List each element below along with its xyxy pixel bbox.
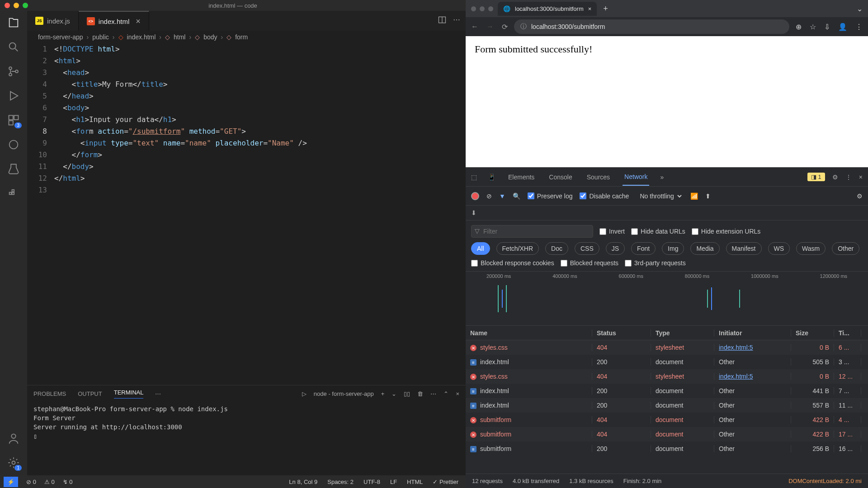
site-info-icon[interactable]: ⓘ bbox=[520, 23, 527, 31]
terminal-name[interactable]: node - form-server-app bbox=[314, 390, 374, 397]
explorer-icon[interactable] bbox=[6, 15, 21, 30]
bookmark-icon[interactable]: ☆ bbox=[810, 23, 816, 31]
filter-chip-font[interactable]: Font bbox=[631, 242, 656, 255]
tab-indexjs[interactable]: JSindex.js bbox=[27, 11, 79, 31]
breadcrumb[interactable]: form-server-app› public› ◇index.html› ◇h… bbox=[27, 31, 466, 43]
close-panel-icon[interactable]: × bbox=[456, 390, 459, 397]
minimize-window[interactable] bbox=[14, 3, 19, 8]
third-party-checkbox[interactable]: 3rd-party requests bbox=[625, 259, 686, 267]
table-row[interactable]: ≡index.html200documentOther441 B7 ... bbox=[466, 384, 868, 398]
indent-setting[interactable]: Spaces: 2 bbox=[327, 479, 354, 485]
close-window[interactable] bbox=[471, 6, 476, 11]
chevron-down-icon[interactable]: ⌄ bbox=[392, 390, 396, 397]
tab-problems[interactable]: PROBLEMS bbox=[33, 390, 66, 397]
invert-checkbox[interactable]: Invert bbox=[599, 228, 625, 235]
settings-icon[interactable]: 1 bbox=[6, 455, 21, 470]
new-terminal-icon[interactable]: + bbox=[381, 390, 385, 397]
tab-indexhtml[interactable]: <>index.html× bbox=[79, 11, 149, 31]
filter-chip-img[interactable]: Img bbox=[662, 242, 684, 255]
preserve-log-checkbox[interactable]: Preserve log bbox=[528, 192, 573, 200]
more-tabs-icon[interactable]: » bbox=[660, 174, 664, 181]
device-toolbar-icon[interactable]: 📱 bbox=[488, 174, 495, 181]
more-icon[interactable]: ⋯ bbox=[453, 15, 460, 26]
reload-button[interactable]: ⟳ bbox=[502, 23, 508, 31]
hide-data-urls-checkbox[interactable]: Hide data URLs bbox=[631, 228, 685, 235]
filter-chip-all[interactable]: All bbox=[471, 242, 490, 255]
more-icon[interactable]: ⋯ bbox=[430, 390, 436, 397]
profile-icon[interactable]: 👤 bbox=[838, 23, 847, 31]
table-row[interactable]: ≡submitform200documentOther256 B16 ... bbox=[466, 441, 868, 456]
tab-more[interactable]: ⋯ bbox=[155, 390, 161, 397]
back-button[interactable]: ← bbox=[471, 23, 478, 31]
console-message-count[interactable]: ◨ 1 bbox=[807, 173, 825, 181]
status-errors[interactable]: ⊘ 0 bbox=[26, 479, 36, 485]
chevron-down-icon[interactable]: ⌄ bbox=[857, 5, 863, 13]
run-debug-icon[interactable] bbox=[6, 89, 21, 103]
tab-network[interactable]: Network bbox=[623, 169, 649, 186]
settings-icon[interactable]: ⚙ bbox=[832, 174, 838, 181]
filter-chip-other[interactable]: Other bbox=[832, 242, 859, 255]
tab-terminal[interactable]: TERMINAL bbox=[114, 389, 144, 399]
filter-chip-ws[interactable]: WS bbox=[768, 242, 790, 255]
search-icon[interactable] bbox=[6, 40, 21, 54]
table-header[interactable]: NameStatusTypeInitiatorSizeTi... bbox=[466, 326, 868, 340]
encoding[interactable]: UTF-8 bbox=[363, 479, 380, 485]
more-icon[interactable]: ⋮ bbox=[845, 174, 852, 181]
split-terminal-icon[interactable]: ▯▯ bbox=[404, 390, 410, 397]
tab-console[interactable]: Console bbox=[547, 169, 574, 185]
forward-button[interactable]: → bbox=[486, 23, 494, 31]
zoom-icon[interactable]: ⊕ bbox=[796, 23, 802, 31]
tab-elements[interactable]: Elements bbox=[506, 169, 536, 185]
chevron-up-icon[interactable]: ⌃ bbox=[443, 390, 448, 397]
remote-indicator[interactable]: ⚡ bbox=[4, 477, 18, 487]
docker-icon[interactable] bbox=[6, 186, 21, 201]
tab-sources[interactable]: Sources bbox=[585, 169, 612, 185]
clear-icon[interactable]: ⊘ bbox=[486, 192, 492, 200]
table-row[interactable]: ✕styles.css404stylesheetindex.html:50 B1… bbox=[466, 369, 868, 384]
table-row[interactable]: ≡index.html200documentOther557 B11 ... bbox=[466, 398, 868, 413]
remote-icon[interactable] bbox=[6, 137, 21, 152]
eol[interactable]: LF bbox=[390, 479, 397, 485]
trash-icon[interactable]: 🗑 bbox=[417, 390, 423, 397]
terminal-content[interactable]: stephan@MacBook-Pro form-server-app % no… bbox=[27, 402, 466, 475]
filter-chip-media[interactable]: Media bbox=[690, 242, 719, 255]
maximize-window[interactable] bbox=[23, 3, 28, 8]
testing-icon[interactable] bbox=[6, 162, 21, 176]
filter-chip-doc[interactable]: Doc bbox=[545, 242, 568, 255]
account-icon[interactable] bbox=[6, 431, 21, 446]
filter-chip-css[interactable]: CSS bbox=[575, 242, 599, 255]
source-control-icon[interactable] bbox=[6, 64, 21, 79]
close-window[interactable] bbox=[5, 3, 10, 8]
filter-icon[interactable]: ▼ bbox=[499, 192, 505, 200]
menu-icon[interactable]: ⋮ bbox=[855, 23, 863, 31]
prettier-status[interactable]: ✓ Prettier bbox=[433, 479, 458, 485]
network-timeline[interactable]: 200000 ms400000 ms600000 ms800000 ms1000… bbox=[466, 272, 868, 326]
blocked-requests-checkbox[interactable]: Blocked requests bbox=[561, 259, 618, 267]
split-editor-icon[interactable] bbox=[438, 15, 447, 26]
close-icon[interactable]: × bbox=[859, 174, 863, 181]
close-icon[interactable]: × bbox=[136, 17, 141, 26]
filter-chip-fetch/xhr[interactable]: Fetch/XHR bbox=[496, 242, 539, 255]
filter-chip-wasm[interactable]: Wasm bbox=[796, 242, 826, 255]
maximize-window[interactable] bbox=[488, 6, 493, 11]
filter-chip-js[interactable]: JS bbox=[606, 242, 625, 255]
throttling-select[interactable]: No throttling bbox=[636, 190, 683, 202]
language-mode[interactable]: HTML bbox=[407, 479, 423, 485]
search-icon[interactable]: 🔍 bbox=[513, 192, 520, 200]
table-row[interactable]: ≡index.html200documentOther505 B3 ... bbox=[466, 355, 868, 369]
disable-cache-checkbox[interactable]: Disable cache bbox=[580, 192, 629, 200]
filter-input[interactable] bbox=[471, 225, 593, 238]
minimize-window[interactable] bbox=[480, 6, 485, 11]
url-bar[interactable]: ⓘ localhost:3000/submitform bbox=[514, 19, 789, 34]
table-row[interactable]: ✕submitform404documentOther422 B17 ... bbox=[466, 427, 868, 441]
network-conditions-icon[interactable]: 📶 bbox=[690, 192, 698, 200]
extensions-icon[interactable]: 3 bbox=[6, 113, 21, 127]
status-warnings[interactable]: ⚠ 0 bbox=[44, 479, 55, 485]
record-button[interactable] bbox=[471, 192, 479, 200]
table-row[interactable]: ✕styles.css404stylesheetindex.html:50 B6… bbox=[466, 340, 868, 355]
code-editor[interactable]: 12345678910111213 <!DOCTYPE html> <html>… bbox=[27, 43, 466, 385]
import-har-icon[interactable]: ⬆ bbox=[705, 192, 711, 200]
cursor-position[interactable]: Ln 8, Col 9 bbox=[289, 479, 317, 485]
close-icon[interactable]: × bbox=[588, 5, 592, 12]
settings-icon[interactable]: ⚙ bbox=[857, 192, 863, 200]
